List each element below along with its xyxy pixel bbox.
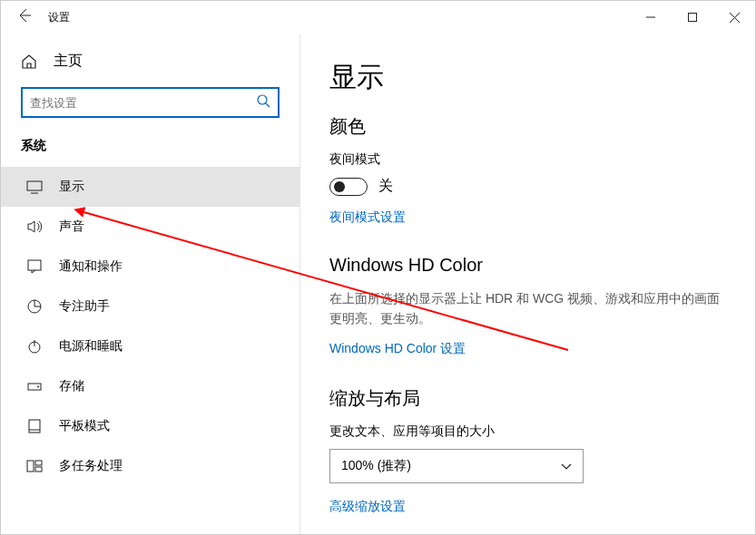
sidebar-item-multitask[interactable]: 多任务处理	[1, 446, 299, 486]
sidebar-item-label: 声音	[59, 219, 84, 235]
sidebar-item-label: 存储	[59, 378, 84, 394]
svg-rect-15	[27, 461, 34, 472]
svg-rect-8	[28, 260, 41, 270]
app-title: 设置	[48, 10, 70, 25]
display-icon	[26, 179, 43, 195]
search-icon	[256, 93, 270, 112]
scale-dropdown[interactable]: 100% (推荐)	[329, 449, 584, 483]
page-title: 显示	[329, 59, 730, 96]
titlebar: 设置	[1, 1, 755, 34]
content-area: 显示 颜色 夜间模式 关 夜间模式设置 Windows HD Color 在上面…	[300, 34, 755, 534]
svg-rect-13	[29, 420, 40, 433]
sidebar-item-sound[interactable]: 声音	[1, 207, 299, 247]
sidebar-item-label: 平板模式	[59, 418, 110, 434]
power-icon	[26, 338, 43, 355]
close-button[interactable]	[713, 3, 755, 32]
sidebar-item-tablet[interactable]: 平板模式	[1, 406, 299, 446]
scale-section-title: 缩放与布局	[329, 386, 730, 411]
scale-sub-label: 更改文本、应用等项目的大小	[329, 423, 730, 440]
svg-point-12	[37, 386, 39, 388]
sidebar-item-power[interactable]: 电源和睡眠	[1, 326, 299, 366]
back-icon[interactable]	[17, 8, 32, 26]
hd-section-title: Windows HD Color	[329, 255, 730, 276]
sidebar-item-label: 多任务处理	[59, 458, 123, 474]
svg-rect-1	[689, 14, 697, 22]
sound-icon	[26, 219, 43, 235]
chevron-down-icon	[561, 459, 572, 473]
svg-line-5	[266, 103, 270, 107]
minimize-button[interactable]	[630, 3, 672, 32]
sidebar-item-display[interactable]: 显示	[1, 167, 299, 207]
hd-description: 在上面所选择的显示器上让 HDR 和 WCG 视频、游戏和应用中的画面更明亮、更…	[329, 288, 730, 329]
home-label: 主页	[54, 52, 83, 71]
svg-rect-17	[35, 467, 42, 472]
sidebar-item-label: 通知和操作	[59, 258, 123, 275]
sidebar-item-label: 电源和睡眠	[59, 338, 123, 355]
night-mode-settings-link[interactable]: 夜间模式设置	[329, 209, 406, 226]
home-button[interactable]: 主页	[1, 43, 299, 80]
sidebar-item-label: 显示	[59, 179, 84, 195]
sidebar-item-focus[interactable]: 专注助手	[1, 287, 299, 326]
toggle-state-label: 关	[378, 177, 393, 196]
night-mode-label: 夜间模式	[329, 151, 730, 168]
notification-icon	[26, 258, 43, 275]
svg-rect-16	[35, 461, 42, 465]
tablet-icon	[26, 418, 43, 434]
section-label: 系统	[1, 129, 299, 167]
sidebar-item-storage[interactable]: 存储	[1, 366, 299, 406]
night-mode-toggle[interactable]	[329, 178, 368, 196]
svg-rect-6	[27, 181, 42, 190]
advanced-scale-link[interactable]: 高级缩放设置	[329, 499, 406, 515]
color-section-title: 颜色	[329, 114, 730, 139]
maximize-button[interactable]	[672, 3, 713, 32]
search-input[interactable]	[21, 87, 280, 118]
sidebar-item-label: 专注助手	[59, 298, 110, 315]
svg-point-4	[258, 95, 267, 104]
multitask-icon	[26, 458, 43, 474]
storage-icon	[26, 378, 43, 394]
sidebar: 主页 系统 显示 声音 通知和操作 专注助手	[1, 34, 300, 534]
search-field[interactable]	[30, 96, 256, 110]
hd-settings-link[interactable]: Windows HD Color 设置	[329, 341, 466, 357]
dropdown-value: 100% (推荐)	[341, 458, 411, 474]
sidebar-item-notifications[interactable]: 通知和操作	[1, 247, 299, 287]
home-icon	[21, 54, 37, 70]
focus-icon	[26, 298, 43, 315]
